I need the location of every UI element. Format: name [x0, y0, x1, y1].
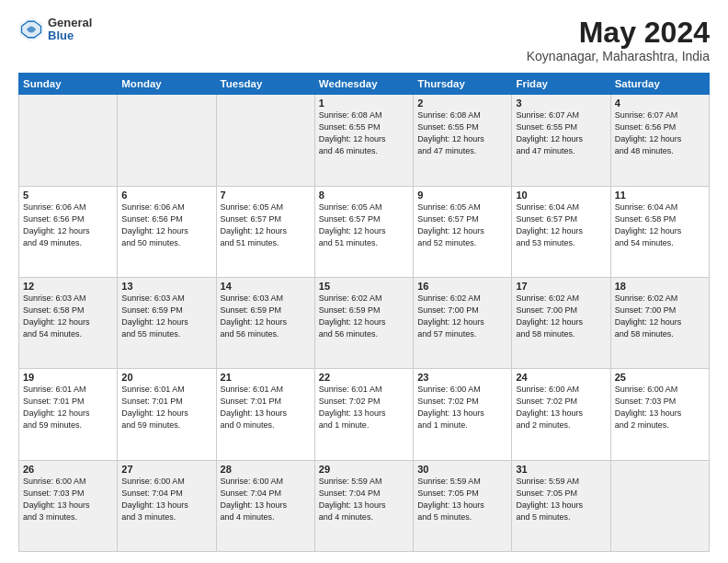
table-row: [19, 95, 118, 186]
day-number: 5: [23, 190, 113, 201]
logo-blue-text: Blue: [48, 29, 92, 42]
day-info: Sunrise: 5:59 AM Sunset: 7:05 PM Dayligh…: [516, 476, 606, 523]
table-row: [610, 460, 709, 551]
table-row: 30Sunrise: 5:59 AM Sunset: 7:05 PM Dayli…: [414, 460, 512, 551]
logo-text: General Blue: [48, 17, 92, 43]
day-info: Sunrise: 6:03 AM Sunset: 6:58 PM Dayligh…: [23, 293, 113, 340]
day-number: 16: [417, 281, 507, 292]
day-number: 28: [221, 464, 311, 475]
day-info: Sunrise: 5:59 AM Sunset: 7:05 PM Dayligh…: [417, 476, 507, 523]
col-thursday: Thursday: [414, 74, 512, 95]
day-info: Sunrise: 6:01 AM Sunset: 7:01 PM Dayligh…: [221, 384, 311, 431]
table-row: [216, 95, 314, 186]
day-info: Sunrise: 6:03 AM Sunset: 6:59 PM Dayligh…: [221, 293, 311, 340]
page: General Blue May 2024 Koynanagar, Mahara…: [0, 0, 728, 563]
day-number: 19: [23, 372, 113, 383]
logo-icon: [18, 17, 44, 42]
day-number: 23: [417, 372, 507, 383]
day-number: 18: [615, 281, 705, 292]
calendar-week-row: 1Sunrise: 6:08 AM Sunset: 6:55 PM Daylig…: [19, 95, 710, 186]
table-row: 1Sunrise: 6:08 AM Sunset: 6:55 PM Daylig…: [314, 95, 413, 186]
table-row: 3Sunrise: 6:07 AM Sunset: 6:55 PM Daylig…: [512, 95, 610, 186]
table-row: 18Sunrise: 6:02 AM Sunset: 7:00 PM Dayli…: [610, 277, 709, 368]
table-row: 23Sunrise: 6:00 AM Sunset: 7:02 PM Dayli…: [414, 369, 512, 460]
table-row: 4Sunrise: 6:07 AM Sunset: 6:56 PM Daylig…: [610, 95, 709, 186]
day-number: 11: [615, 190, 705, 201]
day-number: 1: [319, 98, 409, 109]
table-row: 31Sunrise: 5:59 AM Sunset: 7:05 PM Dayli…: [512, 460, 610, 551]
table-row: 20Sunrise: 6:01 AM Sunset: 7:01 PM Dayli…: [118, 369, 216, 460]
day-info: Sunrise: 6:00 AM Sunset: 7:03 PM Dayligh…: [23, 476, 113, 523]
day-info: Sunrise: 5:59 AM Sunset: 7:04 PM Dayligh…: [319, 476, 409, 523]
day-info: Sunrise: 6:00 AM Sunset: 7:04 PM Dayligh…: [121, 476, 211, 523]
col-saturday: Saturday: [610, 74, 709, 95]
table-row: 5Sunrise: 6:06 AM Sunset: 6:56 PM Daylig…: [19, 186, 118, 277]
table-row: 22Sunrise: 6:01 AM Sunset: 7:02 PM Dayli…: [314, 369, 413, 460]
col-sunday: Sunday: [19, 74, 118, 95]
day-number: 21: [221, 372, 311, 383]
table-row: 13Sunrise: 6:03 AM Sunset: 6:59 PM Dayli…: [118, 277, 216, 368]
day-number: 4: [615, 98, 705, 109]
table-row: 19Sunrise: 6:01 AM Sunset: 7:01 PM Dayli…: [19, 369, 118, 460]
day-number: 13: [121, 281, 211, 292]
table-row: 8Sunrise: 6:05 AM Sunset: 6:57 PM Daylig…: [314, 186, 413, 277]
col-monday: Monday: [118, 74, 216, 95]
day-info: Sunrise: 6:02 AM Sunset: 7:00 PM Dayligh…: [516, 293, 606, 340]
table-row: 6Sunrise: 6:06 AM Sunset: 6:56 PM Daylig…: [118, 186, 216, 277]
day-info: Sunrise: 6:00 AM Sunset: 7:02 PM Dayligh…: [417, 384, 507, 431]
table-row: 10Sunrise: 6:04 AM Sunset: 6:57 PM Dayli…: [512, 186, 610, 277]
table-row: 25Sunrise: 6:00 AM Sunset: 7:03 PM Dayli…: [610, 369, 709, 460]
day-number: 26: [23, 464, 113, 475]
table-row: 14Sunrise: 6:03 AM Sunset: 6:59 PM Dayli…: [216, 277, 314, 368]
day-info: Sunrise: 6:07 AM Sunset: 6:55 PM Dayligh…: [516, 109, 606, 157]
day-number: 25: [615, 372, 705, 383]
day-number: 27: [121, 464, 211, 475]
day-info: Sunrise: 6:08 AM Sunset: 6:55 PM Dayligh…: [417, 109, 507, 157]
table-row: 28Sunrise: 6:00 AM Sunset: 7:04 PM Dayli…: [216, 460, 314, 551]
day-number: 12: [23, 281, 113, 292]
day-number: 15: [319, 281, 409, 292]
day-number: 30: [417, 464, 507, 475]
day-info: Sunrise: 6:05 AM Sunset: 6:57 PM Dayligh…: [417, 201, 507, 249]
table-row: 26Sunrise: 6:00 AM Sunset: 7:03 PM Dayli…: [19, 460, 118, 551]
day-info: Sunrise: 6:00 AM Sunset: 7:02 PM Dayligh…: [516, 384, 606, 431]
day-info: Sunrise: 6:02 AM Sunset: 7:00 PM Dayligh…: [615, 293, 705, 340]
day-number: 6: [121, 190, 211, 201]
table-row: 16Sunrise: 6:02 AM Sunset: 7:00 PM Dayli…: [414, 277, 512, 368]
table-row: 11Sunrise: 6:04 AM Sunset: 6:58 PM Dayli…: [610, 186, 709, 277]
col-wednesday: Wednesday: [314, 74, 413, 95]
day-number: 31: [516, 464, 606, 475]
calendar-week-row: 5Sunrise: 6:06 AM Sunset: 6:56 PM Daylig…: [19, 186, 710, 277]
calendar-week-row: 19Sunrise: 6:01 AM Sunset: 7:01 PM Dayli…: [19, 369, 710, 460]
day-info: Sunrise: 6:05 AM Sunset: 6:57 PM Dayligh…: [319, 201, 409, 249]
calendar-week-row: 26Sunrise: 6:00 AM Sunset: 7:03 PM Dayli…: [19, 460, 710, 551]
day-info: Sunrise: 6:06 AM Sunset: 6:56 PM Dayligh…: [121, 201, 211, 249]
col-tuesday: Tuesday: [216, 74, 314, 95]
day-number: 7: [221, 190, 311, 201]
day-info: Sunrise: 6:02 AM Sunset: 6:59 PM Dayligh…: [319, 293, 409, 340]
table-row: 12Sunrise: 6:03 AM Sunset: 6:58 PM Dayli…: [19, 277, 118, 368]
day-info: Sunrise: 6:01 AM Sunset: 7:01 PM Dayligh…: [121, 384, 211, 431]
col-friday: Friday: [512, 74, 610, 95]
table-row: [118, 95, 216, 186]
table-row: 9Sunrise: 6:05 AM Sunset: 6:57 PM Daylig…: [414, 186, 512, 277]
day-number: 14: [221, 281, 311, 292]
day-info: Sunrise: 6:03 AM Sunset: 6:59 PM Dayligh…: [121, 293, 211, 340]
day-number: 8: [319, 190, 409, 201]
day-number: 10: [516, 190, 606, 201]
title-location: Koynanagar, Maharashtra, India: [527, 49, 710, 63]
day-info: Sunrise: 6:04 AM Sunset: 6:58 PM Dayligh…: [615, 201, 705, 249]
day-info: Sunrise: 6:00 AM Sunset: 7:03 PM Dayligh…: [615, 384, 705, 431]
table-row: 27Sunrise: 6:00 AM Sunset: 7:04 PM Dayli…: [118, 460, 216, 551]
day-number: 2: [417, 98, 507, 109]
day-number: 24: [516, 372, 606, 383]
logo-general-text: General: [48, 17, 92, 29]
table-row: 29Sunrise: 5:59 AM Sunset: 7:04 PM Dayli…: [314, 460, 413, 551]
day-info: Sunrise: 6:01 AM Sunset: 7:01 PM Dayligh…: [23, 384, 113, 431]
table-row: 15Sunrise: 6:02 AM Sunset: 6:59 PM Dayli…: [314, 277, 413, 368]
calendar-table: Sunday Monday Tuesday Wednesday Thursday…: [18, 73, 710, 552]
table-row: 21Sunrise: 6:01 AM Sunset: 7:01 PM Dayli…: [216, 369, 314, 460]
day-info: Sunrise: 6:06 AM Sunset: 6:56 PM Dayligh…: [23, 201, 113, 249]
title-block: May 2024 Koynanagar, Maharashtra, India: [527, 17, 710, 63]
day-number: 9: [417, 190, 507, 201]
